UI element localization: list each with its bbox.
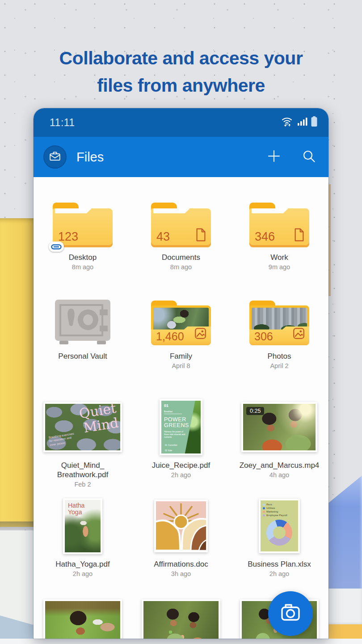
- image-icon: [194, 327, 206, 341]
- add-icon: [267, 149, 281, 165]
- document-icon: [195, 228, 206, 243]
- photo-thumbnail: [142, 599, 220, 639]
- background-white-paper-left: [0, 530, 35, 624]
- item-date: Feb 2: [74, 480, 91, 488]
- battery-icon: [311, 116, 318, 129]
- image-icon: [293, 327, 305, 341]
- cellular-signal-icon: [297, 117, 308, 128]
- boho-sun-artwork: [156, 544, 206, 551]
- item-date: 4h ago: [269, 471, 289, 479]
- item-date: 2h ago: [73, 570, 93, 578]
- background-amber-edge: [328, 184, 331, 296]
- file-tile-quiet-mind[interactable]: Quiet Mind Breathing exercises for relax…: [36, 399, 130, 488]
- item-date: 3h ago: [171, 570, 191, 578]
- photo-folder-tile-photos[interactable]: 306 Photos April 2: [232, 300, 326, 370]
- item-date: 2h ago: [269, 570, 289, 578]
- file-thumbnail: [154, 500, 208, 552]
- folder-tile-work[interactable]: 346 Work 9m ago: [232, 203, 326, 271]
- folder-icon: 123: [53, 203, 113, 247]
- folder-tile-desktop[interactable]: 123 Desktop 8m ago: [36, 203, 130, 271]
- folder-tile-documents[interactable]: 43 Documents 8m ago: [134, 203, 228, 271]
- file-thumbnail: 01 Breakfast POWER GREENS Harness the po…: [160, 399, 202, 455]
- briefcase-icon: [49, 150, 61, 164]
- item-name: Affirmations.doc: [154, 559, 208, 569]
- search-button[interactable]: [300, 148, 318, 166]
- phone-screen: 11:11: [34, 108, 328, 639]
- folder-item-count: 43: [156, 230, 170, 244]
- video-tile-zoey-marcus[interactable]: 0:25 Zoey_and_Marcus.mp4 4h ago: [232, 399, 326, 488]
- item-date: 9m ago: [269, 263, 290, 271]
- status-time: 11:11: [50, 117, 75, 129]
- item-name: Photos: [268, 352, 291, 361]
- file-tile-juice-recipe[interactable]: 01 Breakfast POWER GREENS Harness the po…: [134, 399, 228, 488]
- personal-vault-tile[interactable]: Personal Vault: [36, 300, 130, 370]
- item-name: Family: [170, 352, 192, 361]
- document-icon: [294, 228, 305, 243]
- wifi-transfer-icon: [281, 116, 295, 129]
- item-date: 2h ago: [171, 471, 191, 479]
- item-date: April 2: [270, 362, 288, 370]
- camera-icon: [278, 600, 303, 627]
- donut-chart: [266, 520, 292, 546]
- app-bar: Files: [34, 137, 328, 177]
- search-icon: [302, 149, 316, 165]
- item-name: Business Plan.xlsx: [248, 559, 311, 569]
- account-button[interactable]: [43, 145, 67, 169]
- item-date: 8m ago: [72, 263, 93, 271]
- item-name: Work: [270, 253, 288, 262]
- item-name: Hatha_Yoga.pdf: [55, 559, 109, 569]
- background-bottom-strip: [0, 639, 362, 644]
- thumb-tag: Breakfast: [164, 411, 182, 414]
- photo-folder-icon: 1,460: [151, 301, 211, 345]
- status-icons: [281, 116, 318, 129]
- folder-item-count: 1,460: [156, 330, 184, 343]
- folder-icon: 346: [249, 203, 309, 247]
- add-button[interactable]: [265, 148, 283, 166]
- video-thumbnail: 0:25: [241, 402, 317, 452]
- photo-folder-icon: 306: [249, 301, 309, 345]
- file-tile-hatha-yoga[interactable]: Hatha Yoga Hatha_Yoga.pdf 2h ago: [36, 498, 130, 578]
- item-name: Quiet_Mind_ Breathwork.pdf: [57, 461, 108, 479]
- item-date: 8m ago: [170, 263, 192, 271]
- item-date: April 8: [172, 362, 190, 370]
- file-tile-affirmations[interactable]: Affirmations.doc 3h ago: [134, 498, 228, 578]
- item-name: Documents: [162, 253, 200, 262]
- thumb-body-text: Harness the power of those vital mineral…: [164, 431, 187, 439]
- photo-tile[interactable]: [134, 599, 228, 639]
- background-collage: Collaborate and access your files from a…: [0, 0, 362, 644]
- item-name: Personal Vault: [58, 352, 107, 361]
- item-name: Desktop: [69, 253, 97, 262]
- photo-folder-tile-family[interactable]: 1,460 Family April 8: [134, 300, 228, 370]
- page-title: Files: [76, 150, 104, 165]
- background-white-paper-right: [327, 589, 362, 626]
- folder-item-count: 306: [254, 330, 273, 343]
- background-yellow-paper-left: [0, 218, 35, 527]
- item-name: Zoey_and_Marcus.mp4: [240, 461, 320, 470]
- camera-fab-button[interactable]: [268, 591, 313, 636]
- file-thumbnail: Quiet Mind Breathing exercises for relax…: [43, 402, 122, 452]
- background-blue-paper-right: [327, 473, 362, 592]
- marketing-headline: Collaborate and access your files from a…: [0, 45, 362, 99]
- file-thumbnail: Hatha Yoga: [63, 498, 102, 554]
- folder-icon: 43: [151, 203, 211, 247]
- vault-safe-icon: [51, 299, 114, 347]
- file-grid: 123 Desktop 8m ago: [34, 177, 328, 639]
- item-name: Juice_Recipe.pdf: [152, 461, 210, 470]
- shared-link-icon: [49, 242, 64, 252]
- video-duration-badge: 0:25: [246, 407, 264, 415]
- status-bar: 11:11: [34, 108, 328, 137]
- photo-thumbnail: [43, 599, 122, 639]
- file-thumbnail: Rent Utilities Marketing Employee Payrol…: [259, 499, 300, 553]
- thumb-number: 01: [164, 403, 198, 408]
- folder-item-count: 346: [255, 230, 275, 244]
- photo-tile[interactable]: [36, 599, 130, 639]
- thumb-title-text: Hatha Yoga: [68, 502, 84, 516]
- file-tile-business-plan[interactable]: Rent Utilities Marketing Employee Payrol…: [232, 498, 326, 578]
